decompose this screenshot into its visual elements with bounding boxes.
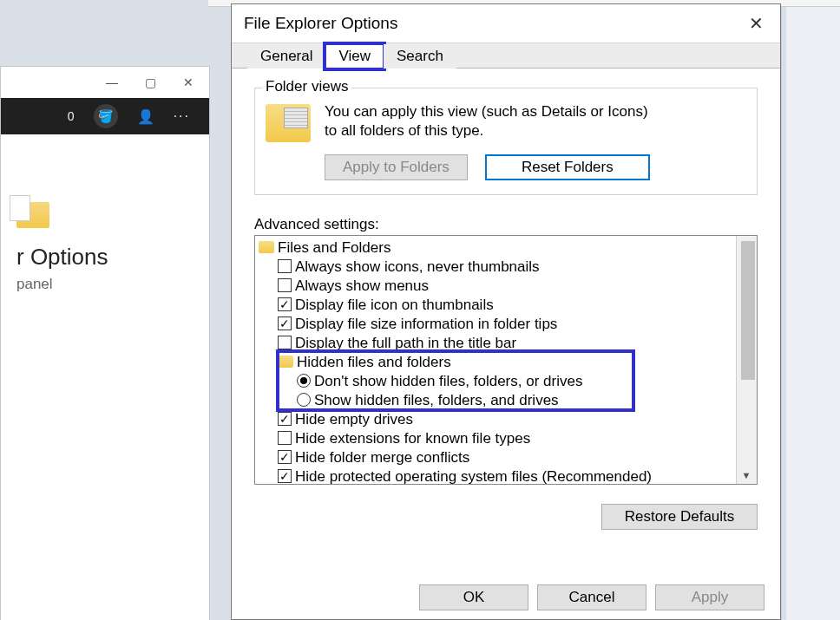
person-icon[interactable]: 👤 [137,108,154,125]
folder-views-desc-line2: to all folders of this type. [325,121,648,140]
scrollbar[interactable]: ▲ ▼ [736,236,757,484]
folder-icon [266,104,311,142]
checkbox-icon[interactable] [278,297,292,311]
tab-general[interactable]: General [247,44,325,69]
option-label: Hide empty drives [295,410,413,428]
folder-views-desc-line1: You can apply this view (such as Details… [325,102,648,121]
bg-toolbar: 0 🪣 👤 ··· [1,98,209,134]
option-hide-protected-os-files[interactable]: Hide protected operating system files (R… [259,467,755,485]
checkbox-icon[interactable] [278,412,292,426]
tree-folder-hidden: Hidden files and folders [259,352,755,371]
option-hide-empty-drives[interactable]: Hide empty drives [259,409,755,428]
option-display-file-size[interactable]: Display file size information in folder … [259,314,755,333]
option-label: Hide protected operating system files (R… [295,467,652,486]
option-hide-extensions[interactable]: Hide extensions for known file types [259,428,755,447]
option-label: Show hidden files, folders, and drives [314,391,559,409]
folder-icon [259,241,274,253]
folder-options-icon [16,202,49,228]
scroll-thumb[interactable] [741,241,755,380]
radio-icon[interactable] [297,374,311,388]
checkbox-icon[interactable] [278,336,292,349]
background-right-strip [786,0,840,620]
option-label: Display file icon on thumbnails [295,296,494,314]
option-show-hidden[interactable]: Show hidden files, folders, and drives [259,390,755,409]
bg-toolbar-zero: 0 [68,109,75,123]
folder-views-group: Folder views You can apply this view (su… [254,88,758,195]
scroll-down-icon[interactable]: ▼ [736,467,757,484]
tab-view[interactable]: View [325,44,384,69]
close-icon[interactable]: ✕ [181,75,195,89]
checkbox-icon[interactable] [278,469,292,483]
option-label: Always show menus [295,277,429,295]
background-vline [781,7,782,620]
paint-bucket-icon[interactable]: 🪣 [94,104,118,128]
apply-to-folders-button[interactable]: Apply to Folders [325,154,468,180]
checkbox-icon[interactable] [278,259,292,273]
advanced-settings-label: Advanced settings: [254,216,758,233]
dialog-title: File Explorer Options [244,14,397,33]
dialog-footer: OK Cancel Apply [232,576,780,619]
bg-title-text: r Options [16,244,194,271]
tab-search[interactable]: Search [384,44,456,69]
checkbox-icon[interactable] [278,450,292,464]
close-icon[interactable]: ✕ [744,13,768,34]
folder-icon [278,356,293,368]
option-label: Display file size information in folder … [295,315,557,333]
restore-defaults-button[interactable]: Restore Defaults [601,504,758,530]
option-label: Don't show hidden files, folders, or dri… [314,372,582,390]
bg-sub-text: panel [16,276,194,293]
checkbox-icon[interactable] [278,278,292,292]
option-always-show-icons[interactable]: Always show icons, never thumbnails [259,257,755,276]
option-label: Always show icons, never thumbnails [295,258,540,276]
folder-views-description: You can apply this view (such as Details… [325,102,648,140]
apply-button[interactable]: Apply [655,584,765,610]
minimize-icon[interactable]: — [105,75,119,89]
option-label: Display the full path in the title bar [295,334,516,352]
reset-folders-button[interactable]: Reset Folders [485,154,650,180]
dialog-titlebar: File Explorer Options ✕ [232,4,780,42]
checkbox-icon[interactable] [278,317,292,330]
bg-window-controls: — ▢ ✕ [1,67,209,98]
option-always-show-menus[interactable]: Always show menus [259,276,755,295]
ok-button[interactable]: OK [419,584,528,610]
advanced-settings-list[interactable]: Files and Folders Always show icons, nev… [254,235,758,485]
option-display-full-path[interactable]: Display the full path in the title bar [259,333,755,352]
tree-root-label: Files and Folders [278,238,390,257]
radio-icon[interactable] [297,393,311,407]
file-explorer-options-dialog: File Explorer Options ✕ General View Sea… [231,3,781,620]
cancel-button[interactable]: Cancel [537,584,646,610]
option-label: Hide extensions for known file types [295,429,530,447]
background-window: — ▢ ✕ 0 🪣 👤 ··· r Options panel [0,66,210,620]
option-dont-show-hidden[interactable]: Don't show hidden files, folders, or dri… [259,371,755,390]
checkbox-icon[interactable] [278,431,292,445]
tree-hidden-label: Hidden files and folders [297,353,451,371]
tabs: General View Search [232,42,780,69]
more-icon[interactable]: ··· [174,108,190,124]
maximize-icon[interactable]: ▢ [143,75,157,89]
option-display-file-icon[interactable]: Display file icon on thumbnails [259,295,755,314]
folder-views-label: Folder views [262,78,351,95]
option-hide-merge-conflicts[interactable]: Hide folder merge conflicts [259,447,755,467]
option-label: Hide folder merge conflicts [295,448,469,467]
tree-folder-root: Files and Folders [259,238,755,257]
